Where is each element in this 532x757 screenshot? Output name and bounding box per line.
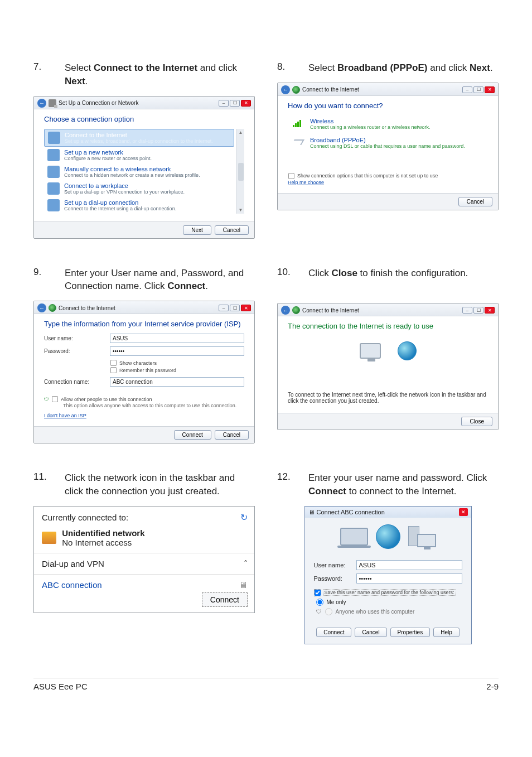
minimize-button[interactable]: – <box>462 307 472 314</box>
close-button[interactable]: Close <box>461 417 492 426</box>
option-new-network[interactable]: Set up a new network Configure a new rou… <box>44 147 234 163</box>
no-isp-link[interactable]: I don't have an ISP <box>44 413 244 418</box>
show-more-checkbox[interactable]: Show connection options that this comput… <box>288 172 488 180</box>
laptop-icon <box>340 528 368 546</box>
option-manual-wireless[interactable]: Manually connect to a wireless network C… <box>44 163 234 180</box>
minimize-button[interactable]: – <box>462 86 472 93</box>
network-status-icon <box>42 532 56 544</box>
save-credentials-checkbox[interactable]: Save this user name and password for the… <box>314 589 462 596</box>
globe-icon <box>292 306 300 314</box>
close-button[interactable]: ✕ <box>485 307 495 314</box>
back-icon[interactable]: ← <box>281 306 290 315</box>
back-icon[interactable]: ← <box>37 99 46 108</box>
network-flyout: Currently connected to: ↻ Unidentified n… <box>33 506 255 613</box>
checkbox-icon[interactable] <box>314 590 320 596</box>
close-button[interactable]: ✕ <box>485 86 495 93</box>
cancel-button[interactable]: Cancel <box>215 430 249 440</box>
cancel-button[interactable]: Cancel <box>355 628 386 637</box>
option-workplace[interactable]: Connect to a workplace Set up a dial-up … <box>44 180 234 197</box>
properties-button[interactable]: Properties <box>390 628 431 637</box>
radio-icon[interactable] <box>325 608 332 615</box>
checkbox-icon[interactable] <box>110 367 117 373</box>
option-sub: Connect using a wireless router or a wir… <box>310 124 431 130</box>
cancel-button[interactable]: Cancel <box>458 197 492 206</box>
scrollbar[interactable]: ▲ ▼ <box>236 129 244 214</box>
step-number: 11. <box>33 471 55 498</box>
close-button[interactable]: ✕ <box>241 100 251 107</box>
router-icon <box>47 149 60 161</box>
password-input[interactable]: •••••• <box>110 346 244 356</box>
option-dialup[interactable]: Set up a dial-up connection Connect to t… <box>44 197 234 214</box>
step-number: 7. <box>33 61 55 88</box>
dialog-connect-abc: 🖥 Connect ABC connection ✕ User name: AS… <box>304 506 472 644</box>
close-button[interactable]: ✕ <box>459 508 468 516</box>
scroll-down-icon[interactable]: ▼ <box>239 208 243 213</box>
option-title: Connect to a workplace <box>64 182 185 189</box>
window-title: Connect ABC connection <box>317 509 385 515</box>
back-icon[interactable]: ← <box>37 303 46 312</box>
radio-anyone[interactable]: 🛡 Anyone who uses this computer <box>316 608 462 615</box>
connection-item-abc[interactable]: ABC connection <box>42 580 102 590</box>
show-characters-checkbox[interactable]: Show characters <box>110 359 244 367</box>
remember-password-checkbox[interactable]: Remember this password <box>110 367 244 374</box>
checkbox-label: Show connection options that this comput… <box>297 173 438 179</box>
building-icon <box>47 182 60 195</box>
step-text: Click Close to finish the configuration. <box>308 267 468 280</box>
minimize-button[interactable]: – <box>219 305 229 311</box>
scroll-thumb[interactable] <box>238 163 244 181</box>
option-broadband[interactable]: Broadband (PPPoE) Connect using DSL or c… <box>288 134 488 151</box>
connect-button[interactable]: Connect <box>202 592 248 607</box>
radio-label: Me only <box>327 599 346 605</box>
step-text: Select Broadband (PPPoE) and click Next. <box>308 61 493 75</box>
option-connect-internet[interactable]: Connect to the Internet Set up a wireles… <box>44 129 234 147</box>
checkbox-label: Save this user name and password for the… <box>323 590 456 595</box>
option-sub: Set up a wireless, broadband, or dial-up… <box>65 138 213 144</box>
next-button[interactable]: Next <box>183 225 211 235</box>
window-title: Connect to the Internet <box>302 86 359 93</box>
checkbox-label: Show characters <box>119 360 157 366</box>
scroll-up-icon[interactable]: ▲ <box>239 130 243 135</box>
help-link[interactable]: Help me choose <box>288 180 488 185</box>
password-label: Password: <box>44 348 105 354</box>
help-button[interactable]: Help <box>433 628 460 637</box>
checkbox-icon[interactable] <box>52 396 58 402</box>
maximize-button[interactable]: ☐ <box>230 305 240 311</box>
radio-me-only[interactable]: Me only <box>316 599 462 606</box>
allow-sub: This option allows anyone with access to… <box>63 403 244 408</box>
dialog-heading: Choose a connection option <box>44 115 244 123</box>
step-number: 12. <box>277 471 298 498</box>
maximize-button[interactable]: ☐ <box>473 86 483 93</box>
username-label: User name: <box>44 335 105 341</box>
maximize-button[interactable]: ☐ <box>473 307 483 314</box>
checkbox-label: Remember this password <box>119 368 176 373</box>
checkbox-icon[interactable] <box>288 173 294 179</box>
close-button[interactable]: ✕ <box>241 305 251 311</box>
step-7: 7. Select Connect to the Internet and cl… <box>33 61 255 88</box>
maximize-button[interactable]: ☐ <box>230 100 240 107</box>
minimize-button[interactable]: – <box>219 100 229 107</box>
username-input[interactable]: ASUS <box>356 560 462 570</box>
connect-button[interactable]: Connect <box>174 430 211 440</box>
password-input[interactable]: •••••• <box>356 573 462 584</box>
shield-icon: 🛡 <box>316 609 322 615</box>
window-title: Connect to the Internet <box>302 307 359 314</box>
step-number: 9. <box>33 267 55 293</box>
connection-name-input[interactable]: ABC connection <box>110 377 244 387</box>
modem-icon: 🖥 <box>308 509 315 515</box>
refresh-icon[interactable]: ↻ <box>240 512 248 523</box>
globe-icon <box>292 86 300 94</box>
hint-text: To connect to the Internet next time, le… <box>288 392 488 404</box>
back-icon[interactable]: ← <box>281 85 290 94</box>
username-input[interactable]: ASUS <box>110 334 244 343</box>
allow-others-checkbox[interactable]: 🛡 Allow other people to use this connect… <box>44 396 244 403</box>
checkbox-icon[interactable] <box>110 360 117 366</box>
step-text: Enter your user name and password. Click… <box>308 471 499 498</box>
step-10: 10. Click Close to finish the configurat… <box>277 267 499 280</box>
option-wireless[interactable]: Wireless Connect using a wireless router… <box>288 115 488 132</box>
connect-button[interactable]: Connect <box>316 628 351 637</box>
radio-icon[interactable] <box>316 599 323 606</box>
step-8: 8. Select Broadband (PPPoE) and click Ne… <box>277 61 499 75</box>
username-label: User name: <box>314 562 353 568</box>
cancel-button[interactable]: Cancel <box>215 225 249 235</box>
chevron-up-icon[interactable]: ˄ <box>244 559 248 568</box>
